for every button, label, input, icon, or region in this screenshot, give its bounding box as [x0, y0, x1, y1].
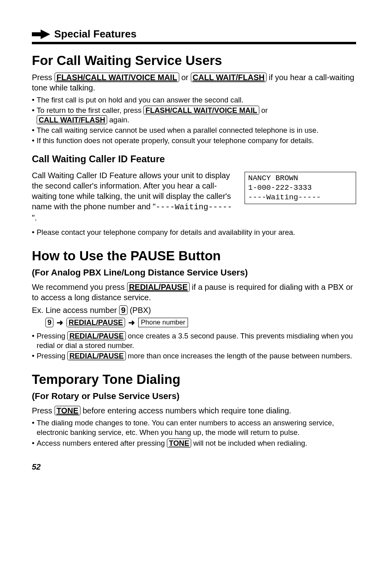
lcd-display: NANCY BROWN 1-000-222-3333 ----Waiting--… — [245, 172, 356, 204]
redial-pause-key: REDIAL/PAUSE — [67, 318, 125, 327]
text: Press — [32, 73, 55, 82]
nine-key: 9 — [119, 305, 127, 315]
flash-call-wait-voice-mail-key: FLASH/CALL WAIT/VOICE MAIL — [143, 106, 259, 115]
display-line-2: 1-000-222-3333 — [248, 183, 312, 192]
heading-call-waiting: For Call Waiting Service Users — [32, 53, 356, 68]
text: more than once increases the length of t… — [126, 352, 353, 360]
header-title: Special Features — [54, 28, 137, 40]
text: Pressing — [37, 332, 67, 340]
list-item: Pressing REDIAL/PAUSE more than once inc… — [32, 351, 356, 361]
redial-pause-key: REDIAL/PAUSE — [67, 331, 125, 340]
tone-key: TONE — [167, 439, 191, 448]
text: again. — [107, 116, 129, 124]
call-wait-flash-key: CALL WAIT/FLASH — [37, 115, 107, 124]
call-wait-flash-key: CALL WAIT/FLASH — [191, 73, 267, 82]
heading-pause-subtitle: (For Analog PBX Line/Long Distance Servi… — [32, 267, 356, 278]
caller-id-bullets: Please contact your telephone company fo… — [32, 228, 356, 237]
pause-bullets: Pressing REDIAL/PAUSE once creates a 3.5… — [32, 331, 356, 361]
text: Press — [32, 406, 55, 415]
text: ". — [32, 213, 37, 222]
redial-pause-key: REDIAL/PAUSE — [67, 351, 125, 360]
display-line-1: NANCY BROWN — [248, 174, 298, 183]
phone-number-box: Phone number — [138, 318, 188, 327]
heading-temporary-tone: Temporary Tone Dialing — [32, 372, 356, 387]
section-pause: How to Use the PAUSE Button (For Analog … — [32, 248, 356, 361]
caller-id-row: Call Waiting Caller ID Feature allows yo… — [32, 170, 356, 225]
nine-key: 9 — [45, 318, 53, 327]
arrow-right-icon — [32, 29, 51, 39]
redial-pause-key: REDIAL/PAUSE — [127, 282, 190, 292]
text: Ex. Line access number — [32, 306, 119, 315]
caller-id-text: Call Waiting Caller ID Feature allows yo… — [32, 170, 237, 225]
page-number: 52 — [32, 462, 356, 472]
tone-key: TONE — [55, 406, 80, 415]
list-item: The call waiting service cannot be used … — [32, 126, 356, 135]
waiting-text-inline: ----Waiting----- — [156, 203, 232, 212]
call-waiting-intro: Press FLASH/CALL WAIT/VOICE MAIL or CALL… — [32, 72, 356, 93]
text: To return to the first caller, press — [37, 106, 143, 114]
list-item: The first call is put on hold and you ca… — [32, 95, 356, 105]
list-item: The dialing mode changes to tone. You ca… — [32, 418, 356, 437]
divider — [32, 42, 356, 44]
text: before entering access numbers which req… — [80, 406, 291, 415]
tone-bullets: The dialing mode changes to tone. You ca… — [32, 418, 356, 448]
pause-intro: We recommend you press REDIAL/PAUSE if a… — [32, 282, 356, 303]
flash-call-wait-voice-mail-key: FLASH/CALL WAIT/VOICE MAIL — [55, 73, 179, 82]
heading-pause-button: How to Use the PAUSE Button — [32, 248, 356, 264]
text: will not be included when redialing. — [191, 439, 307, 447]
display-line-3: ----Waiting----- — [248, 193, 321, 202]
section-tone: Temporary Tone Dialing (For Rotary or Pu… — [32, 372, 356, 448]
call-waiting-bullets: The first call is put on hold and you ca… — [32, 95, 356, 146]
tone-intro: Press TONE before entering access number… — [32, 405, 356, 416]
text: We recommend you press — [32, 283, 127, 291]
text: or — [259, 106, 268, 114]
list-item: Pressing REDIAL/PAUSE once creates a 3.5… — [32, 331, 356, 350]
list-item: To return to the first caller, press FLA… — [32, 106, 356, 125]
arrow-right-icon: ➜ — [128, 318, 135, 327]
section-header: Special Features — [32, 28, 356, 40]
list-item: If this function does not operate proper… — [32, 136, 356, 146]
svg-marker-0 — [32, 29, 50, 39]
text: or — [179, 73, 191, 82]
text: Pressing — [37, 352, 67, 360]
heading-temporary-tone-subtitle: (For Rotary or Pulse Service Users) — [32, 391, 356, 401]
arrow-right-icon: ➜ — [57, 318, 63, 327]
key-sequence: 9 ➜ REDIAL/PAUSE ➜ Phone number — [45, 318, 356, 327]
list-item: Please contact your telephone company fo… — [32, 228, 356, 237]
caller-id-para: Call Waiting Caller ID Feature allows yo… — [32, 170, 237, 223]
heading-caller-id-feature: Call Waiting Caller ID Feature — [32, 153, 356, 165]
text: (PBX) — [127, 306, 151, 315]
pause-example: Ex. Line access number 9 (PBX) — [32, 305, 356, 315]
list-item: Access numbers entered after pressing TO… — [32, 439, 356, 448]
text: Access numbers entered after pressing — [37, 439, 167, 447]
